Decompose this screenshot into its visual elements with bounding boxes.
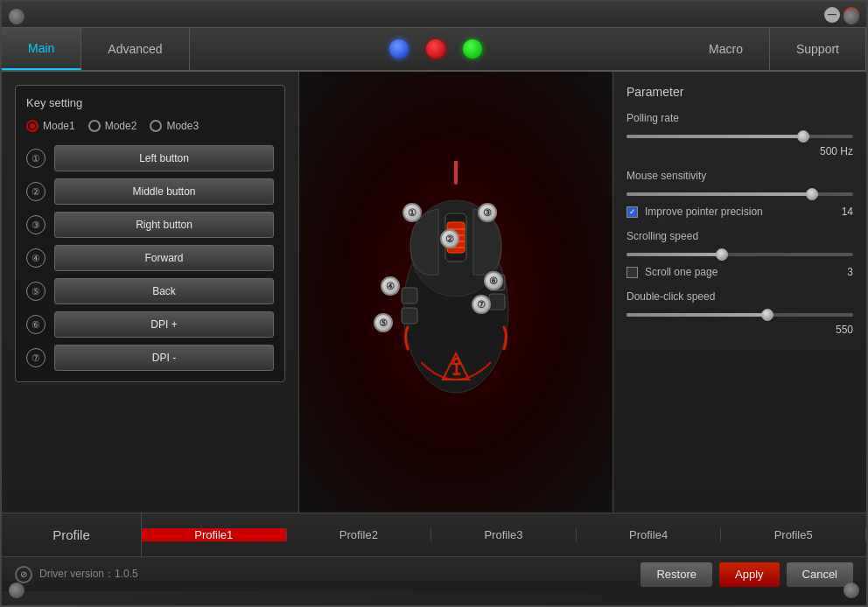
btn-number-3: ③	[26, 215, 46, 234]
svg-rect-9	[402, 288, 417, 304]
double-click-thumb[interactable]	[761, 309, 774, 321]
button-row-7: ⑦ DPI -	[26, 345, 274, 371]
scrolling-section: Scrolling speed Scroll one page 3	[626, 230, 853, 278]
improve-pointer-label: Improve pointer precision	[645, 206, 763, 218]
btn-number-6: ⑥	[26, 315, 46, 334]
double-click-label: Double-click speed	[626, 290, 853, 303]
scrolling-track	[626, 253, 853, 256]
mouse-badge-7: ⑦	[472, 295, 491, 314]
btn-middle-button[interactable]: Middle button	[54, 178, 274, 205]
profile-tab-2[interactable]: Profile2	[287, 528, 432, 541]
profile-bar: Profile Profile1 Profile2 Profile3 Profi…	[2, 513, 866, 556]
svg-rect-10	[402, 308, 417, 324]
app-container: — ✕ Main Advanced Macro Support Key sett…	[0, 0, 868, 607]
btn-dpi-plus[interactable]: DPI +	[54, 311, 274, 338]
scroll-one-page-checkbox[interactable]	[626, 267, 638, 278]
polling-rate-track	[626, 135, 853, 138]
button-row-2: ② Middle button	[26, 178, 274, 205]
double-click-slider[interactable]	[626, 308, 853, 322]
dot-blue[interactable]	[389, 39, 409, 59]
sensitivity-slider[interactable]	[626, 187, 853, 201]
restore-button[interactable]: Restore	[640, 562, 712, 587]
nav-dots	[190, 39, 682, 59]
btn-number-2: ②	[26, 182, 46, 201]
btn-number-4: ④	[26, 248, 46, 268]
scrolling-fill	[626, 253, 722, 256]
svg-rect-12	[489, 294, 505, 310]
tab-advanced[interactable]: Advanced	[81, 28, 189, 70]
mode-row: Mode1 Mode2 Mode3	[26, 120, 274, 132]
profile-tab-3[interactable]: Profile3	[431, 528, 577, 541]
cancel-button[interactable]: Cancel	[787, 562, 853, 587]
right-panel: Parameter Polling rate 500 Hz Mouse sens…	[612, 72, 866, 513]
scroll-one-page-value: 3	[847, 266, 853, 278]
scroll-one-page-row: Scroll one page 3	[626, 266, 853, 278]
sensitivity-section: Mouse sensitivity Improve pointer precis…	[626, 170, 853, 218]
dot-red[interactable]	[426, 39, 445, 59]
button-row-5: ⑤ Back	[26, 278, 274, 304]
double-click-section: Double-click speed 550	[626, 290, 853, 336]
profile-tabs: Profile1 Profile2 Profile3 Profile4 Prof…	[142, 528, 866, 541]
btn-dpi-minus[interactable]: DPI -	[54, 345, 274, 371]
mouse-badge-4: ④	[381, 276, 400, 296]
scrolling-slider[interactable]	[626, 248, 853, 262]
main-content: Key setting Mode1 Mode2 Mode3	[2, 72, 866, 513]
profile-tab-1[interactable]: Profile1	[142, 528, 287, 541]
screw-tl	[9, 9, 24, 24]
polling-rate-label: Polling rate	[626, 112, 853, 124]
mouse-svg: ⟟	[377, 161, 535, 423]
mode3-radio[interactable]	[150, 120, 162, 132]
tab-support[interactable]: Support	[770, 28, 866, 70]
nav-bar: Main Advanced Macro Support	[2, 28, 866, 72]
profile-label: Profile	[2, 513, 142, 556]
mode1-radio[interactable]	[26, 120, 38, 132]
btn-back[interactable]: Back	[54, 278, 274, 304]
mouse-badge-2: ②	[440, 229, 459, 248]
scrolling-thumb[interactable]	[716, 248, 728, 261]
btn-forward[interactable]: Forward	[54, 245, 274, 271]
btn-left-button[interactable]: Left button	[54, 145, 274, 171]
polling-rate-section: Polling rate 500 Hz	[626, 112, 853, 157]
screw-bl	[9, 583, 24, 598]
button-row-4: ④ Forward	[26, 245, 274, 271]
sensitivity-thumb[interactable]	[806, 188, 818, 200]
mode2-option[interactable]: Mode2	[88, 120, 137, 132]
center-panel: ⟟ ① ② ③ ④ ⑤ ⑥ ⑦	[299, 72, 612, 513]
mode1-option[interactable]: Mode1	[26, 120, 75, 132]
screw-br	[844, 583, 859, 598]
driver-version-area: ⊘ Driver version：1.0.5	[15, 566, 634, 583]
minimize-button[interactable]: —	[824, 7, 840, 23]
double-click-fill	[626, 313, 767, 317]
mouse-image-wrapper: ⟟ ① ② ③ ④ ⑤ ⑥ ⑦	[377, 161, 535, 423]
tab-main[interactable]: Main	[2, 28, 81, 70]
btn-right-button[interactable]: Right button	[54, 212, 274, 238]
param-title: Parameter	[626, 85, 853, 99]
apply-button[interactable]: Apply	[719, 562, 780, 587]
mode2-radio[interactable]	[88, 120, 101, 132]
screw-tr	[844, 9, 859, 24]
improve-pointer-checkbox[interactable]	[626, 206, 638, 218]
scroll-one-page-label: Scroll one page	[645, 266, 718, 278]
driver-icon: ⊘	[15, 566, 32, 583]
polling-rate-slider[interactable]	[626, 129, 853, 143]
mode3-option[interactable]: Mode3	[150, 120, 199, 132]
btn-number-1: ①	[26, 149, 46, 168]
polling-rate-value: 500 Hz	[626, 145, 853, 157]
dot-green[interactable]	[463, 39, 482, 59]
left-panel: Key setting Mode1 Mode2 Mode3	[2, 72, 299, 513]
btn-number-7: ⑦	[26, 348, 46, 367]
double-click-value: 550	[626, 324, 853, 336]
improve-pointer-row: Improve pointer precision 14	[626, 206, 853, 218]
polling-rate-thumb[interactable]	[797, 130, 809, 143]
driver-version-text: Driver version：1.0.5	[39, 567, 138, 582]
improve-pointer-value: 14	[842, 206, 853, 218]
btn-number-5: ⑤	[26, 282, 46, 301]
key-setting-title: Key setting	[26, 96, 274, 109]
tab-macro[interactable]: Macro	[682, 28, 770, 70]
profile-tab-4[interactable]: Profile4	[577, 528, 722, 541]
scrolling-label: Scrolling speed	[626, 230, 853, 242]
key-setting-box: Key setting Mode1 Mode2 Mode3	[15, 85, 285, 382]
title-bar: — ✕	[2, 2, 866, 28]
profile-tab-5[interactable]: Profile5	[721, 528, 866, 541]
sensitivity-label: Mouse sensitivity	[626, 170, 853, 182]
